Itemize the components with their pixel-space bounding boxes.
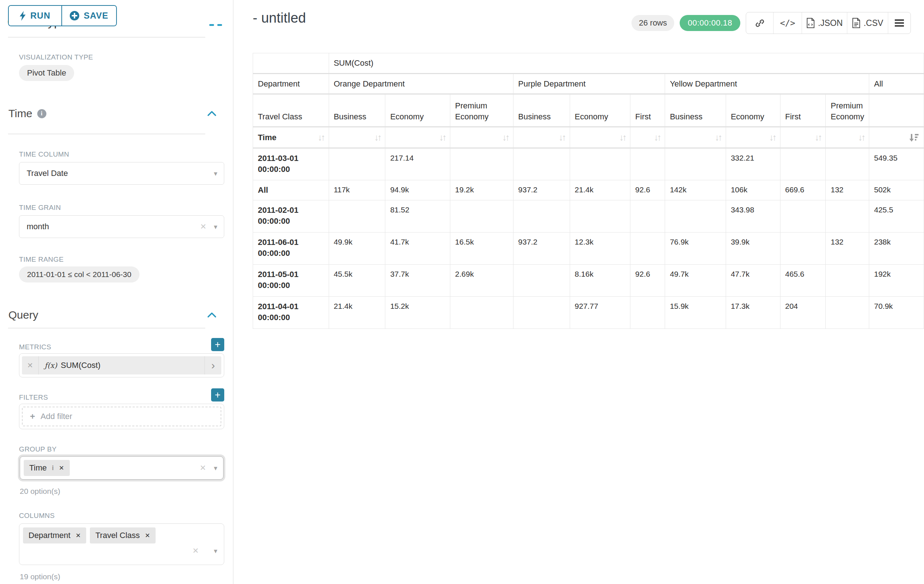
sortable-column-header: ↓↑ (780, 127, 826, 148)
sortable-column-header: ↓↑ (726, 127, 780, 148)
json-file-icon (807, 18, 815, 28)
menu-button[interactable] (888, 12, 911, 34)
metric-name: SUM(Cost) (61, 360, 101, 370)
sort-toggle-icon[interactable]: ↓↑ (715, 132, 721, 144)
table-row: 2011-06-01 00:00:0049.9k41.7k16.5k937.21… (253, 232, 924, 265)
csv-label: .CSV (864, 18, 883, 28)
time-section-title: Time (8, 107, 33, 120)
row-label: 2011-03-01 00:00:00 (253, 148, 329, 180)
table-row: 2011-02-01 00:00:0081.52343.98425.5 (253, 201, 924, 232)
expand-metric-icon[interactable]: › (205, 356, 221, 375)
clear-icon[interactable]: ✕ (200, 222, 207, 231)
pivot-cell: 343.98 (726, 201, 780, 232)
sort-toggle-icon[interactable]: ↓↑ (654, 132, 660, 144)
remove-tag-icon[interactable]: ✕ (76, 532, 81, 540)
time-grain-value: month (26, 222, 200, 231)
pivot-cell: 70.9k (869, 297, 924, 329)
class-header-row: Travel ClassBusinessEconomyPremium Econo… (253, 94, 924, 127)
department-group-header: All (869, 73, 924, 94)
columns-tag-department[interactable]: Department ✕ (23, 527, 86, 543)
caret-down-icon: ▾ (214, 464, 217, 472)
run-button-label: RUN (30, 11, 50, 21)
columns-tag-travel-class[interactable]: Travel Class ✕ (90, 527, 155, 543)
metric-header: SUM(Cost) (329, 53, 924, 74)
row-label: 2011-04-01 00:00:00 (253, 297, 329, 329)
row-subdimension-header: Travel Class (253, 94, 329, 127)
department-group-header: Purple Department (513, 73, 665, 94)
columns-select[interactable]: Department ✕ Travel Class ✕ ✕ ▾ (19, 523, 224, 565)
clear-icon[interactable]: ✕ (193, 546, 199, 555)
collapse-section-icon[interactable] (207, 110, 216, 117)
pivot-cell (570, 148, 630, 180)
add-metric-button[interactable]: + (211, 338, 224, 351)
run-button[interactable]: RUN (9, 6, 61, 26)
collapse-chevron-partial-icon[interactable] (217, 24, 222, 26)
sort-toggle-icon[interactable]: ↓↑ (439, 132, 445, 144)
pivot-cell: 669.6 (780, 180, 826, 201)
pivot-cell: 92.6 (630, 265, 665, 297)
remove-tag-icon[interactable]: ✕ (145, 532, 150, 540)
sort-toggle-icon[interactable]: ↓↑ (858, 132, 864, 144)
metric-pill[interactable]: ✕ ƒ(x) SUM(Cost) › (22, 356, 221, 375)
lightning-icon (20, 11, 26, 21)
sort-toggle-icon[interactable]: ↓↑ (619, 132, 625, 144)
pivot-cell (780, 148, 826, 180)
pivot-cell (329, 148, 385, 180)
info-icon: i (37, 109, 46, 118)
chart-title[interactable]: - untitled (253, 10, 306, 26)
save-button[interactable]: SAVE (61, 6, 116, 26)
time-column-select[interactable]: Travel Date ▾ (19, 162, 224, 185)
sort-toggle-icon[interactable]: ↓↑ (769, 132, 776, 144)
clear-icon[interactable]: ✕ (200, 464, 206, 472)
travel-class-header: First (780, 94, 826, 127)
pivot-cell: 117k (329, 180, 385, 201)
time-range-pill[interactable]: 2011-01-01 ≤ col < 2011-06-30 (19, 267, 140, 283)
viz-type-pill[interactable]: Pivot Table (19, 65, 74, 81)
sort-toggle-icon[interactable]: ↓↑ (374, 132, 380, 144)
sortable-column-header: ↓↑ (630, 127, 665, 148)
sort-toggle-icon[interactable]: ↓↑ (559, 132, 565, 144)
travel-class-header: Business (665, 94, 726, 127)
group-by-select[interactable]: Time i ✕ ✕ ▾ (20, 456, 223, 480)
table-row: All117k94.9k19.2k937.221.4k92.6142k106k6… (253, 180, 924, 201)
export-csv-button[interactable]: .CSV (847, 12, 888, 34)
pivot-cell: 49.9k (329, 232, 385, 265)
remove-metric-icon[interactable]: ✕ (22, 356, 39, 375)
export-json-button[interactable]: .JSON (802, 12, 847, 34)
pivot-cell: 45.5k (329, 265, 385, 297)
remove-tag-icon[interactable]: ✕ (59, 464, 64, 472)
sort-toggle-icon[interactable]: ↓↑ (502, 132, 508, 144)
export-button-group: </> .JSON .CSV (746, 12, 911, 34)
pivot-cell: 238k (869, 232, 924, 265)
query-section-header: Query (8, 309, 223, 321)
time-column-label: TIME COLUMN (19, 150, 69, 158)
group-by-tag-time[interactable]: Time i ✕ (24, 460, 70, 476)
pivot-table: SUM(Cost)DepartmentOrange DepartmentPurp… (253, 53, 924, 329)
add-filter-button[interactable]: + Add filter (22, 406, 221, 426)
copy-link-button[interactable] (746, 12, 773, 34)
sort-toggle-icon[interactable]: ↓↑ (318, 132, 324, 144)
tag-label: Travel Class (95, 531, 140, 540)
travel-class-header: Premium Economy (826, 94, 869, 127)
pivot-cell: 132 (826, 232, 869, 265)
collapse-section-icon[interactable] (207, 312, 216, 318)
travel-class-header: Economy (385, 94, 450, 127)
filters-label: FILTERS (19, 393, 48, 401)
plus-icon: + (30, 411, 35, 421)
pivot-cell: 937.2 (513, 180, 570, 201)
pivot-cell (665, 148, 726, 180)
sorted-descending-icon[interactable] (909, 133, 919, 142)
hamburger-menu-icon (894, 19, 904, 27)
time-grain-select[interactable]: month ✕ ▾ (19, 216, 224, 238)
pivot-cell: 19.2k (450, 180, 513, 201)
columns-option-count: 19 option(s) (20, 572, 60, 581)
sort-toggle-icon[interactable]: ↓↑ (814, 132, 821, 144)
embed-code-button[interactable]: </> (773, 12, 802, 34)
time-column-value: Travel Date (26, 169, 214, 178)
table-row: 2011-05-01 00:00:0045.5k37.7k2.69k8.16k9… (253, 265, 924, 297)
department-group-header: Yellow Department (665, 73, 869, 94)
collapse-chevron-partial-icon[interactable] (209, 24, 214, 26)
add-filter-label: Add filter (41, 412, 72, 421)
add-filter-plus-button[interactable]: + (211, 388, 224, 401)
pivot-cell (826, 297, 869, 329)
